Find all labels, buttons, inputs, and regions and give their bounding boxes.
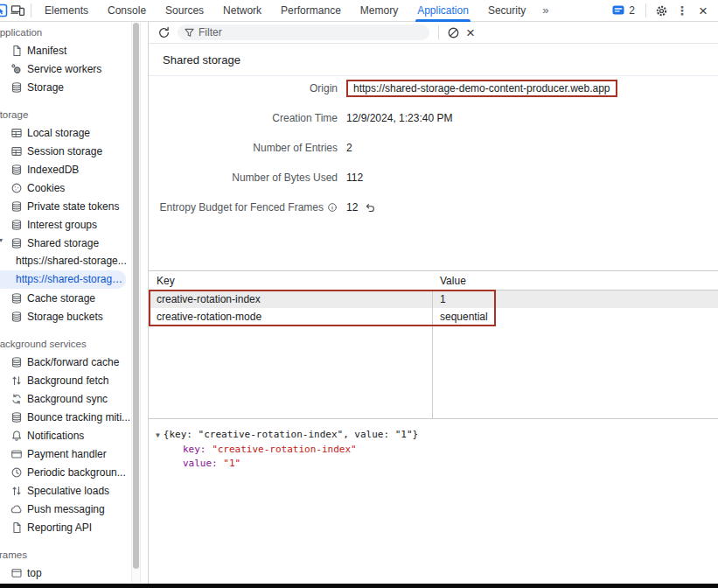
sidebar-item-notifications[interactable]: Notifications — [0, 426, 142, 444]
preview-prop-value: value: "1" — [156, 457, 711, 471]
storage-metadata: Originhttps://shared-storage-demo-conten… — [149, 74, 718, 222]
sidebar-item-top[interactable]: top — [0, 564, 142, 582]
sidebar-item-label: Background fetch — [27, 374, 108, 387]
tab-sources[interactable]: Sources — [156, 0, 213, 22]
sidebar-item-storage-buckets[interactable]: Storage buckets — [0, 307, 142, 326]
field-row-creation-time: Creation Time12/9/2024, 1:23:40 PM — [149, 103, 718, 133]
sidebar-item-label: Background sync — [27, 393, 108, 405]
sidebar-item-label: Notifications — [27, 430, 84, 442]
tab-console[interactable]: Console — [98, 0, 156, 22]
sidebar-item-label: Storage — [27, 81, 64, 94]
clear-block-icon[interactable] — [444, 23, 462, 42]
kebab-menu-icon[interactable]: ⋮ — [673, 0, 692, 21]
table-row-creative-rotation-mode[interactable]: creative-rotation-modesequential — [149, 308, 718, 326]
issues-badge-icon — [612, 5, 624, 17]
tab-performance[interactable]: Performance — [271, 0, 351, 22]
database-icon — [10, 356, 23, 368]
sidebar-item-label: IndexedDB — [27, 164, 79, 176]
prop-name: key: — [183, 444, 212, 455]
more-tabs-button[interactable]: » — [535, 0, 555, 21]
issues-button[interactable]: 2 — [607, 4, 640, 17]
sidebar-item-background-fetch[interactable]: Background fetch — [0, 371, 142, 389]
filter-input[interactable] — [199, 26, 422, 38]
issues-count: 2 — [629, 4, 635, 17]
frame-icon — [10, 567, 23, 579]
field-value: 2 — [346, 142, 352, 154]
preview-prop-key: key: "creative-rotation-index" — [156, 443, 711, 457]
sidebar-item-shared-storage[interactable]: ▾Shared storage — [0, 234, 142, 252]
sidebar-item-payment-handler[interactable]: Payment handler — [0, 444, 142, 463]
sidebar-item-periodic-backgroun[interactable]: Periodic backgroun... — [0, 463, 142, 481]
sidebar-section-frames: Frames — [0, 546, 142, 564]
application-sidebar: ApplicationManifestService workersStorag… — [0, 22, 149, 588]
refresh-icon[interactable] — [155, 23, 172, 42]
tabbar-separator — [31, 4, 31, 18]
sidebar-scrollbar-thumb[interactable] — [133, 23, 139, 569]
expander-caret-icon[interactable]: ▼ — [156, 429, 160, 443]
sidebar-item-cache-storage[interactable]: Cache storage — [0, 289, 142, 307]
sidebar-item-private-state-tokens[interactable]: Private state tokens — [0, 197, 142, 215]
sidebar-item-label: Back/forward cache — [27, 356, 119, 368]
reset-budget-icon[interactable] — [365, 202, 376, 214]
sidebar-item-cookies[interactable]: Cookies — [0, 178, 142, 197]
tab-network[interactable]: Network — [213, 0, 271, 22]
sidebar-item-bounce-tracking-miti[interactable]: Bounce tracking miti... — [0, 408, 142, 426]
sidebar-item-label: Private state tokens — [27, 200, 119, 213]
cloud-icon — [10, 503, 23, 515]
field-value-cell: 12/9/2024, 1:23:40 PM — [346, 112, 452, 124]
cell-key: creative-rotation-index — [149, 293, 432, 305]
database-icon — [10, 200, 23, 213]
sidebar-item-indexeddb[interactable]: IndexedDB — [0, 160, 142, 178]
sidebar-item-label: Local storage — [27, 127, 90, 139]
sidebar-item-interest-groups[interactable]: Interest groups — [0, 215, 142, 234]
tab-application[interactable]: Application — [408, 0, 478, 22]
close-devtools-icon[interactable]: × — [694, 0, 713, 21]
entries-table: Key Value creative-rotation-index1creati… — [149, 270, 718, 418]
field-label-cell: Entropy Budget for Fenced Frames — [149, 201, 338, 214]
sidebar-item-manifest[interactable]: Manifest — [0, 41, 142, 60]
preview-properties: key: "creative-rotation-index"value: "1" — [156, 443, 711, 471]
column-header-value[interactable]: Value — [432, 275, 718, 287]
tab-strip: ElementsConsoleSourcesNetworkPerformance… — [35, 0, 535, 22]
document-icon — [10, 522, 23, 534]
field-label-cell: Origin — [149, 82, 338, 94]
field-value-annotated: https://shared-storage-demo-content-prod… — [346, 80, 617, 97]
inspect-element-icon[interactable] — [0, 0, 8, 21]
table-icon — [10, 127, 23, 139]
sidebar-item-background-sync[interactable]: Background sync — [0, 389, 142, 408]
column-header-key[interactable]: Key — [149, 275, 432, 287]
field-label: Creation Time — [272, 112, 338, 124]
panel-toolbar: × — [149, 22, 718, 44]
field-label: Entropy Budget for Fenced Frames — [160, 201, 324, 214]
sidebar-item-label: Manifest — [27, 45, 66, 57]
sidebar-item-label: Reporting API — [27, 522, 92, 534]
sidebar-item-label: Speculative loads — [27, 485, 109, 497]
tab-security[interactable]: Security — [478, 0, 535, 22]
sidebar-item-reporting-api[interactable]: Reporting API — [0, 518, 142, 536]
sidebar-item-speculative-loads[interactable]: Speculative loads — [0, 481, 142, 500]
delete-selected-icon[interactable]: × — [462, 23, 479, 42]
device-toolbar-icon[interactable] — [8, 0, 27, 21]
sidebar-item-local-storage[interactable]: Local storage — [0, 123, 142, 142]
settings-gear-icon[interactable] — [652, 0, 671, 21]
sidebar-item-label: Session storage — [27, 145, 102, 158]
sidebar-item-storage[interactable]: Storage — [0, 78, 142, 96]
tab-memory[interactable]: Memory — [351, 0, 408, 22]
sidebar-item-session-storage[interactable]: Session storage — [0, 142, 142, 160]
devtools-tabbar: ElementsConsoleSourcesNetworkPerformance… — [0, 0, 718, 22]
sidebar-item-push-messaging[interactable]: Push messaging — [0, 500, 142, 518]
sidebar-item-label: Cache storage — [27, 292, 95, 304]
sidebar-scrollbar[interactable] — [131, 22, 141, 583]
info-icon[interactable] — [327, 202, 338, 213]
service-worker-icon — [10, 63, 23, 75]
tab-elements[interactable]: Elements — [35, 0, 98, 22]
field-label-cell: Creation Time — [149, 112, 338, 124]
table-row-creative-rotation-index[interactable]: creative-rotation-index1 — [149, 290, 718, 308]
sidebar-item-https-shared-storage[interactable]: https://shared-storage... — [0, 252, 142, 270]
sidebar-item-service-workers[interactable]: Service workers — [0, 60, 142, 78]
expander-caret-icon[interactable]: ▾ — [0, 236, 3, 244]
sidebar-item-https-shared-storage[interactable]: https://shared-storage... — [0, 270, 126, 289]
sidebar-item-label: Service workers — [27, 63, 101, 75]
field-label-cell: Number of Entries — [149, 142, 338, 154]
sidebar-item-back-forward-cache[interactable]: Back/forward cache — [0, 353, 142, 371]
